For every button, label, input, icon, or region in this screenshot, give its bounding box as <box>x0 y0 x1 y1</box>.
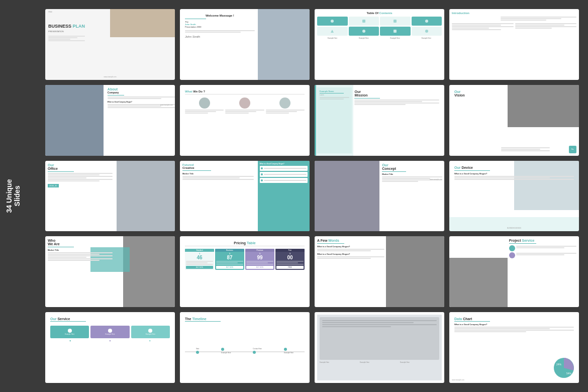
toc-icon-1 <box>317 17 348 26</box>
slide5-subheading: Company <box>108 91 175 94</box>
slide17-heading: Our Service <box>50 317 170 321</box>
slide4-heading: Introduction <box>452 12 576 15</box>
slide7-accent <box>315 85 316 156</box>
toc-icon-6 <box>349 27 379 36</box>
toc-label-1: Example Here <box>317 37 348 39</box>
slide18-timeline-dots: Start Example Here Contact Here Example … <box>185 348 305 354</box>
slide-business-plan[interactable]: FREE BUSINESS PLAN PRESENTATION www.exam… <box>45 9 175 80</box>
slide-who-we-are[interactable]: Who We Are Market Title <box>45 236 175 307</box>
slide20-heading: Data Chart <box>454 317 574 321</box>
slide-our-service[interactable]: Our Service Example Here Example Here <box>45 312 175 383</box>
svg-text:54%: 54% <box>566 372 572 375</box>
toc-label-3: Example Here <box>380 37 411 39</box>
slide3-icons <box>317 17 442 36</box>
slide-toc[interactable]: Table Of Contents <box>315 9 444 80</box>
slide-welcome[interactable]: Welcome Massage ! The John Smith Present… <box>180 9 310 80</box>
slide1-image <box>110 9 175 37</box>
price-col-standard: Standard $ 46 BUY NOW <box>185 249 214 270</box>
slide6-heading: What We Do ? <box>185 90 305 93</box>
slide-minimal[interactable]: Example Here Example Here Example Here <box>315 312 444 383</box>
slide16-image <box>449 258 508 308</box>
slide-pricing[interactable]: Pricing Table Standard $ 46 BUY NOW Busi… <box>180 236 310 307</box>
toc-icon-3 <box>380 17 411 26</box>
slide-project-service[interactable]: Project Service <box>449 236 579 307</box>
toc-icon-7 <box>380 27 411 36</box>
service-box-3: Example Here <box>131 326 170 338</box>
svg-marker-4 <box>331 30 334 33</box>
toc-icon-8 <box>412 27 442 36</box>
service-box-2: Example Here <box>90 326 129 338</box>
slide16-heading: Project Service <box>509 239 576 242</box>
slide1-title: BUSINESS PLAN <box>48 24 85 29</box>
slide5-heading: About <box>108 87 175 91</box>
col-header-standard: Standard <box>185 249 214 252</box>
slide-about-company[interactable]: About Company What is a Good Company Slo… <box>45 85 175 156</box>
slide12-heading: Our Device <box>454 166 574 169</box>
slide7-strip <box>315 85 353 156</box>
svg-rect-1 <box>362 20 365 23</box>
slide-concept[interactable]: Our Concept Market Title www.example.com <box>315 161 444 232</box>
slide-mission[interactable]: Example Name Lorem Our Mission <box>315 85 444 156</box>
right-item-3 <box>260 178 308 183</box>
col-header-free: Free <box>275 249 305 252</box>
slide-what-we-do[interactable]: What We Do ? <box>180 85 310 156</box>
price-col-free: Free $ 00 FREE <box>275 249 305 270</box>
service-box-1: Example Here <box>50 326 89 338</box>
slide6-circles <box>185 97 305 114</box>
right-item-2 <box>260 172 308 177</box>
svg-point-5 <box>362 30 365 33</box>
slide9-image <box>117 161 175 232</box>
slides-grid: FREE BUSINESS PLAN PRESENTATION www.exam… <box>45 9 579 383</box>
svg-rect-6 <box>394 30 397 33</box>
svg-text:24%: 24% <box>556 363 562 366</box>
circle-item-2 <box>225 97 264 114</box>
slide1-subtitle: PRESENTATION <box>48 30 85 33</box>
slide13-image <box>123 236 175 307</box>
slide2-person-image <box>258 9 310 80</box>
right-item-1 <box>260 166 308 171</box>
col-header-business: Business <box>215 249 244 252</box>
tag-free: FREE <box>48 11 52 13</box>
slide-device[interactable]: Our Device What is a Good Company Slogan… <box>449 161 579 232</box>
slide14-price-columns: Standard $ 46 BUY NOW Business $ 87 BUY … <box>185 249 305 270</box>
slide17-service-boxes: Example Here Example Here Example Here <box>50 326 170 338</box>
toc-label-2: Example Here <box>348 37 379 39</box>
circle-item-3 <box>266 97 305 114</box>
slide-office[interactable]: Our Office 2030_35 <box>45 161 175 232</box>
slide18-heading: The Timeline <box>185 317 305 321</box>
svg-point-7 <box>425 30 428 33</box>
toc-icon-4 <box>412 17 442 26</box>
slide3-heading: Table Of Contents <box>317 12 442 15</box>
slide2-year: Presentation 2030 <box>185 26 255 28</box>
slide9-date: 2030_35 <box>48 184 59 187</box>
slide1-url: www.example.com <box>45 76 175 78</box>
toc-label-4: Example Here <box>411 37 442 39</box>
slide-few-words[interactable]: A Few Words What is a Good Company Sloga… <box>315 236 444 307</box>
slide-introduction[interactable]: Introduction <box>449 9 579 80</box>
slide-data-chart[interactable]: Data Chart What is a Good Company Slogan… <box>449 312 579 383</box>
sidebar: 34 Unique Slides <box>5 179 21 213</box>
slide-futured[interactable]: Futured Creative Market Title What is a … <box>180 161 310 232</box>
slide8-image <box>508 85 579 127</box>
slide11-image <box>315 161 379 232</box>
slide11-heading: Our <box>382 163 442 167</box>
circle-item-1 <box>185 97 224 114</box>
slide-timeline[interactable]: The Timeline Start Example Here Contact … <box>180 312 310 383</box>
toc-icon-2 <box>349 17 379 26</box>
price-col-business: Business $ 87 BUY NOW <box>215 249 244 270</box>
col-header-premium: Premium <box>245 249 274 252</box>
slide14-heading: Pricing Table <box>185 241 305 245</box>
slide20-pie-chart: 24% 54% <box>551 355 576 380</box>
svg-point-3 <box>425 20 428 23</box>
slide5-image <box>45 85 104 156</box>
toc-icon-5 <box>317 27 348 36</box>
slide15-image <box>386 236 444 307</box>
slide7-heading: Our <box>354 90 439 93</box>
sidebar-label: 34 Unique Slides <box>5 179 21 213</box>
slide-vision[interactable]: Our Vision Co. <box>449 85 579 156</box>
price-col-premium: Premium $ 99 BUY NOW <box>245 249 274 270</box>
svg-rect-2 <box>394 20 397 23</box>
slide13-heading: Who <box>48 239 113 242</box>
slide15-heading: A Few Words <box>317 239 384 242</box>
slide5-content: About Company What is a Good Company Slo… <box>108 87 175 109</box>
